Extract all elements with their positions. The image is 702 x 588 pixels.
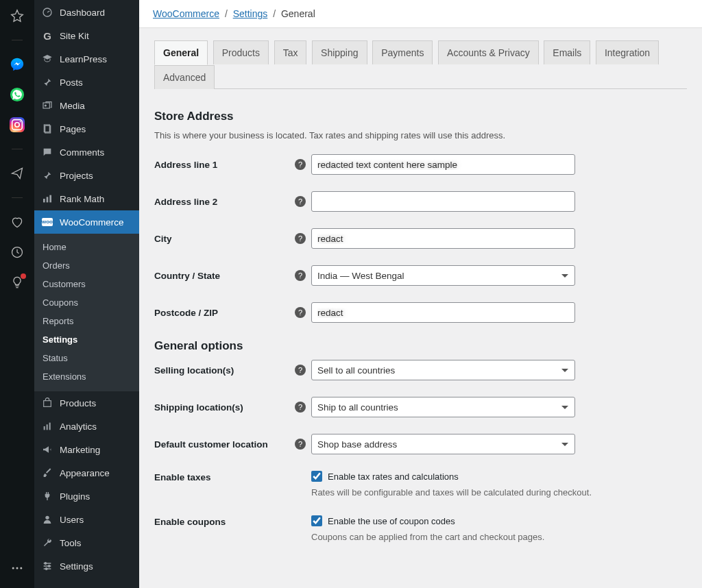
section-desc: This is where your business is located. …: [154, 130, 687, 140]
tab-emails[interactable]: Emails: [544, 40, 590, 64]
more-dots-icon[interactable]: [10, 561, 25, 576]
select-selling[interactable]: Sell to all countries: [311, 360, 575, 380]
tab-tax[interactable]: Tax: [274, 40, 307, 64]
select-country[interactable]: India — West Bengal: [311, 265, 575, 286]
subitem-home[interactable]: Home: [34, 238, 139, 256]
sidebar-item-projects[interactable]: Projects: [34, 164, 139, 187]
tab-integration[interactable]: Integration: [596, 40, 659, 64]
input-city[interactable]: [311, 228, 575, 249]
subitem-customers[interactable]: Customers: [34, 275, 139, 293]
sidebar-item-label: Dashboard: [60, 8, 105, 18]
row-enable-coupons: Enable coupons Enable the use of coupon …: [154, 515, 687, 554]
sidebar-item-woocommerce[interactable]: wooWooCommerce: [34, 210, 139, 234]
brush-icon: [41, 467, 53, 479]
breadcrumb-sep: /: [270, 8, 278, 19]
breadcrumb-link-woocommerce[interactable]: WooCommerce: [153, 8, 219, 19]
comment-icon: [41, 146, 53, 158]
svg-point-5: [12, 567, 14, 569]
whatsapp-icon[interactable]: [10, 87, 25, 102]
row-selling: Selling location(s) ? Sell to all countr…: [154, 360, 687, 380]
label-city: City: [154, 234, 295, 244]
sidebar-item-appearance[interactable]: Appearance: [34, 461, 139, 485]
svg-point-22: [48, 565, 50, 567]
subitem-extensions[interactable]: Extensions: [34, 367, 139, 386]
select-default-loc[interactable]: Shop base address: [311, 434, 575, 454]
sidebar-item-users[interactable]: Users: [34, 508, 139, 531]
sidebar-item-label: WooCommerce: [60, 217, 124, 228]
help-icon[interactable]: ?: [295, 365, 306, 376]
help-icon[interactable]: ?: [295, 402, 306, 413]
subitem-reports[interactable]: Reports: [34, 312, 139, 330]
sidebar-item-label: Projects: [60, 171, 93, 181]
bars-icon: [41, 193, 53, 205]
tab-general[interactable]: General: [154, 40, 208, 65]
section-title-general-options: General options: [154, 339, 687, 353]
input-address2[interactable]: [311, 191, 575, 212]
svg-point-23: [45, 568, 47, 570]
checkbox-enable-taxes[interactable]: [311, 471, 322, 482]
subitem-coupons[interactable]: Coupons: [34, 293, 139, 312]
help-icon[interactable]: ?: [295, 196, 306, 207]
sidebar-item-label: Site Kit: [60, 31, 89, 41]
label-country: Country / State: [154, 271, 295, 281]
sidebar-item-label: Products: [60, 398, 96, 408]
sidebar-item-learnpress[interactable]: LearnPress: [34, 47, 139, 71]
sidebar-item-label: Analytics: [60, 421, 97, 432]
sidebar-item-rankmath[interactable]: Rank Math: [34, 187, 139, 210]
row-postcode: Postcode / ZIP ?: [154, 302, 687, 323]
sidebar-item-sitekit[interactable]: GSite Kit: [34, 24, 139, 47]
subitem-status[interactable]: Status: [34, 349, 139, 367]
sidebar-item-label: Pages: [60, 124, 86, 134]
breadcrumb-link-settings[interactable]: Settings: [233, 8, 268, 19]
svg-point-21: [45, 563, 47, 565]
input-postcode[interactable]: [311, 302, 575, 323]
row-shipping-loc: Shipping location(s) ? Ship to all count…: [154, 397, 687, 417]
label-enable-taxes: Enable taxes: [154, 471, 295, 482]
label-address2: Address line 2: [154, 197, 295, 207]
messenger-icon[interactable]: [10, 57, 25, 72]
tab-shipping[interactable]: Shipping: [312, 40, 367, 64]
tab-products[interactable]: Products: [213, 40, 269, 64]
sidebar-item-tools[interactable]: Tools: [34, 531, 139, 554]
star-icon[interactable]: [10, 8, 25, 23]
help-icon[interactable]: ?: [295, 307, 306, 318]
send-icon[interactable]: [10, 166, 25, 181]
row-city: City ?: [154, 228, 687, 249]
input-address1[interactable]: [311, 154, 575, 175]
subitem-orders[interactable]: Orders: [34, 256, 139, 275]
subitem-settings[interactable]: Settings: [34, 330, 139, 349]
sidebar-submenu: Home Orders Customers Coupons Reports Se…: [34, 234, 139, 391]
sidebar-item-posts[interactable]: Posts: [34, 71, 139, 94]
sidebar-item-marketing[interactable]: Marketing: [34, 438, 139, 461]
sidebar-item-analytics[interactable]: Analytics: [34, 415, 139, 438]
checkbox-enable-coupons[interactable]: [311, 515, 322, 526]
help-icon[interactable]: ?: [295, 159, 306, 170]
sidebar-item-label: Users: [60, 515, 84, 525]
help-icon[interactable]: ?: [295, 270, 306, 281]
select-shipping-loc[interactable]: Ship to all countries: [311, 397, 575, 417]
sidebar-item-comments[interactable]: Comments: [34, 140, 139, 164]
tab-payments[interactable]: Payments: [372, 40, 433, 64]
tab-advanced[interactable]: Advanced: [154, 65, 215, 89]
sidebar-item-media[interactable]: Media: [34, 94, 139, 117]
svg-point-20: [45, 516, 49, 519]
help-icon[interactable]: ?: [295, 439, 306, 450]
sidebar-item-products[interactable]: Products: [34, 391, 139, 415]
tab-accounts[interactable]: Accounts & Privacy: [438, 40, 539, 64]
sidebar-item-plugins[interactable]: Plugins: [34, 485, 139, 508]
clock-icon[interactable]: [10, 245, 25, 260]
sidebar-item-label: Comments: [60, 147, 104, 158]
help-icon[interactable]: ?: [295, 233, 306, 244]
sidebar-item-label: Posts: [60, 77, 83, 88]
sidebar-item-settings[interactable]: Settings: [34, 554, 139, 578]
bulb-icon[interactable]: [10, 275, 25, 290]
sidebar-item-dashboard[interactable]: Dashboard: [34, 1, 139, 24]
sidebar-item-pages[interactable]: Pages: [34, 117, 139, 140]
label-postcode: Postcode / ZIP: [154, 308, 295, 318]
instagram-icon[interactable]: [10, 117, 25, 132]
svg-rect-18: [47, 424, 48, 430]
row-address1: Address line 1 ?: [154, 154, 687, 175]
heart-icon[interactable]: [10, 215, 25, 230]
sidebar-item-label: Appearance: [60, 468, 110, 478]
google-g-icon: G: [41, 29, 53, 42]
